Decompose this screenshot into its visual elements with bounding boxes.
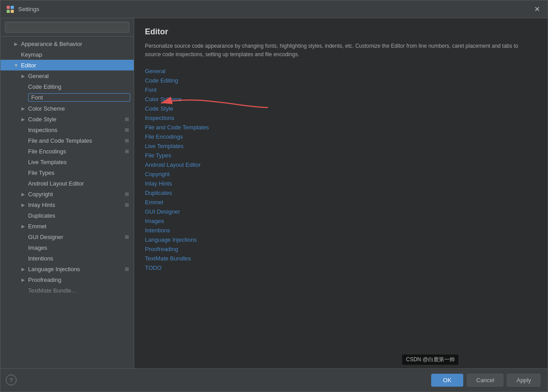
sidebar-item-label: Intentions bbox=[28, 255, 130, 262]
link-todo[interactable]: TODO bbox=[145, 264, 161, 271]
sidebar-item-label: Android Layout Editor bbox=[28, 180, 130, 187]
sidebar-item-emmet[interactable]: ▶ Emmet bbox=[0, 221, 134, 231]
link-code-editing[interactable]: Code Editing bbox=[145, 77, 178, 84]
link-language-injections[interactable]: Language Injections bbox=[145, 236, 197, 243]
link-inspections[interactable]: Inspections bbox=[145, 115, 174, 121]
sidebar-item-label: File Types bbox=[28, 169, 130, 176]
sidebar-item-label: Duplicates bbox=[28, 212, 130, 219]
sidebar-item-label: Font bbox=[28, 93, 130, 102]
sidebar-item-keymap[interactable]: ▶ Keymap bbox=[0, 49, 134, 60]
link-images[interactable]: Images bbox=[145, 218, 164, 224]
search-wrapper: ⌕ bbox=[5, 22, 129, 33]
link-code-style[interactable]: Code Style bbox=[145, 105, 173, 112]
arrow-icon: ▶ bbox=[20, 191, 26, 197]
link-android-layout-editor[interactable]: Android Layout Editor bbox=[145, 161, 201, 168]
copy-icon: ⊞ bbox=[123, 149, 130, 154]
sidebar-item-label: TextMate Bundle... bbox=[28, 287, 130, 294]
sidebar-item-label: GUI Designer bbox=[28, 234, 121, 240]
sidebar-item-label: Inlay Hints bbox=[28, 202, 121, 208]
links-list: General Code Editing Font Color Scheme C… bbox=[145, 68, 537, 271]
sidebar-item-label: Keymap bbox=[21, 51, 130, 58]
link-emmet[interactable]: Emmet bbox=[145, 199, 163, 206]
sidebar-item-file-encodings[interactable]: ▶ File Encodings ⊞ bbox=[0, 146, 134, 157]
sidebar-item-label: Language Injections bbox=[28, 266, 121, 272]
sidebar-item-inlay-hints[interactable]: ▶ Inlay Hints ⊞ bbox=[0, 199, 134, 210]
content-area: ⌕ ▶ Appearance & Behavior ▶ Keymap ▼ bbox=[0, 18, 548, 368]
sidebar-item-label: Images bbox=[28, 244, 130, 251]
sidebar-item-label: Emmet bbox=[28, 223, 130, 230]
copy-icon: ⊞ bbox=[123, 191, 130, 197]
arrow-icon: ▶ bbox=[20, 116, 26, 122]
sidebar-item-inspections[interactable]: ▶ Inspections ⊞ bbox=[0, 124, 134, 135]
sidebar-item-images[interactable]: ▶ Images bbox=[0, 242, 134, 253]
link-live-templates[interactable]: Live Templates bbox=[145, 143, 183, 149]
svg-rect-3 bbox=[11, 10, 14, 13]
sidebar-item-appearance-behavior[interactable]: ▶ Appearance & Behavior bbox=[0, 38, 134, 49]
help-button[interactable]: ? bbox=[6, 375, 16, 385]
cancel-button[interactable]: Cancel bbox=[467, 374, 503, 387]
sidebar-item-intentions[interactable]: ▶ Intentions bbox=[0, 253, 134, 264]
sidebar-item-duplicates[interactable]: ▶ Duplicates bbox=[0, 210, 134, 221]
link-duplicates[interactable]: Duplicates bbox=[145, 190, 172, 196]
sidebar-item-label: File and Code Templates bbox=[28, 137, 121, 144]
title-bar: Settings ✕ bbox=[0, 0, 548, 18]
sidebar-item-label: Inspections bbox=[28, 127, 121, 133]
link-file-encodings[interactable]: File Encodings bbox=[145, 133, 183, 140]
arrow-icon: ▶ bbox=[20, 276, 26, 283]
apply-button[interactable]: Apply bbox=[507, 374, 540, 387]
sidebar-item-editor[interactable]: ▼ Editor bbox=[0, 60, 134, 70]
sidebar-item-code-style[interactable]: ▶ Code Style ⊞ bbox=[0, 114, 134, 124]
sidebar-item-copyright[interactable]: ▶ Copyright ⊞ bbox=[0, 189, 134, 199]
link-inlay-hints[interactable]: Inlay Hints bbox=[145, 180, 172, 187]
sidebar-item-font[interactable]: ▶ Font bbox=[0, 92, 134, 103]
link-font[interactable]: Font bbox=[145, 87, 157, 93]
settings-dialog: Settings ✕ ⌕ ▶ Appearance & Behavior ▶ bbox=[0, 0, 548, 392]
sidebar-tree: ▶ Appearance & Behavior ▶ Keymap ▼ Edito… bbox=[0, 37, 134, 368]
sidebar-item-android-layout-editor[interactable]: ▶ Android Layout Editor bbox=[0, 178, 134, 189]
sidebar-item-label: Editor bbox=[21, 62, 130, 69]
sidebar-item-code-editing[interactable]: ▶ Code Editing bbox=[0, 81, 134, 92]
svg-rect-0 bbox=[7, 6, 10, 9]
sidebar-item-file-code-templates[interactable]: ▶ File and Code Templates ⊞ bbox=[0, 135, 134, 146]
arrow-icon: ▼ bbox=[13, 62, 19, 68]
link-color-scheme[interactable]: Color Scheme bbox=[145, 96, 181, 103]
link-intentions[interactable]: Intentions bbox=[145, 227, 170, 234]
copy-icon: ⊞ bbox=[123, 116, 130, 122]
link-copyright[interactable]: Copyright bbox=[145, 171, 170, 177]
search-input[interactable] bbox=[5, 22, 129, 33]
sidebar-item-proofreading[interactable]: ▶ Proofreading bbox=[0, 274, 134, 285]
link-file-types[interactable]: File Types bbox=[145, 152, 171, 159]
copy-icon: ⊞ bbox=[123, 266, 130, 272]
sidebar-item-label: Appearance & Behavior bbox=[21, 41, 130, 47]
sidebar-item-label: File Encodings bbox=[28, 148, 121, 155]
arrow-icon: ▶ bbox=[20, 202, 26, 208]
sidebar-item-textmate-bundles[interactable]: ▶ TextMate Bundle... bbox=[0, 285, 134, 296]
link-file-code-templates[interactable]: File and Code Templates bbox=[145, 124, 209, 131]
copy-icon: ⊞ bbox=[123, 202, 130, 208]
arrow-icon: ▶ bbox=[20, 105, 26, 111]
copy-icon: ⊞ bbox=[123, 234, 130, 240]
sidebar-item-color-scheme[interactable]: ▶ Color Scheme bbox=[0, 103, 134, 114]
svg-rect-2 bbox=[7, 10, 10, 13]
sidebar-item-label: Code Editing bbox=[28, 83, 130, 90]
arrow-icon: ▶ bbox=[20, 223, 26, 229]
dialog-title: Settings bbox=[18, 6, 532, 12]
sidebar-item-label: General bbox=[28, 73, 130, 79]
link-general[interactable]: General bbox=[145, 68, 165, 74]
sidebar: ⌕ ▶ Appearance & Behavior ▶ Keymap ▼ bbox=[0, 18, 134, 368]
copy-icon: ⊞ bbox=[123, 138, 130, 144]
link-proofreading[interactable]: Proofreading bbox=[145, 246, 178, 252]
copy-icon: ⊞ bbox=[123, 127, 130, 133]
sidebar-item-file-types[interactable]: ▶ File Types bbox=[0, 167, 134, 178]
sidebar-item-label: Code Style bbox=[28, 116, 121, 123]
arrow-icon: ▶ bbox=[20, 73, 26, 79]
sidebar-item-language-injections[interactable]: ▶ Language Injections ⊞ bbox=[0, 264, 134, 274]
link-textmate-bundles[interactable]: TextMate Bundles bbox=[145, 255, 191, 262]
close-button[interactable]: ✕ bbox=[532, 4, 542, 15]
sidebar-item-live-templates[interactable]: ▶ Live Templates bbox=[0, 157, 134, 167]
ok-button[interactable]: OK bbox=[431, 374, 463, 387]
sidebar-item-gui-designer[interactable]: ▶ GUI Designer ⊞ bbox=[0, 231, 134, 242]
main-description: Personalize source code appearance by ch… bbox=[145, 42, 524, 59]
sidebar-item-general[interactable]: ▶ General bbox=[0, 70, 134, 81]
link-gui-designer[interactable]: GUI Designer bbox=[145, 208, 180, 215]
